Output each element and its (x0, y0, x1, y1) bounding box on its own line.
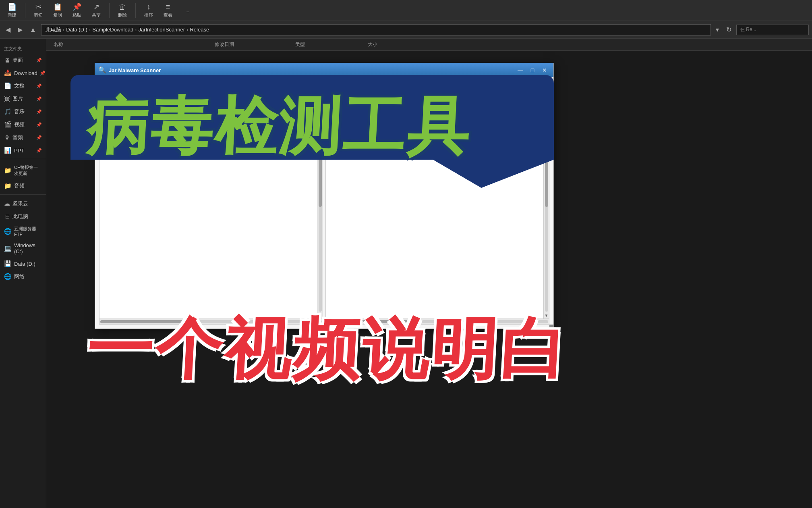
col-size[interactable]: 大小 (365, 41, 421, 48)
right-panel-scrollbar-v[interactable]: ▲ ▼ (543, 95, 549, 319)
left-panel-scrollbar-h[interactable] (99, 319, 323, 324)
col-modified[interactable]: 修改日期 (211, 41, 292, 48)
addr-computer[interactable]: 此电脑 (46, 26, 61, 33)
view-button[interactable]: ≡ 查看 (160, 1, 176, 20)
window-body: Folder/File: ... ...2_3.0.jar... [6/...s… (95, 77, 553, 329)
ppt-icon: 📊 (4, 147, 12, 154)
audio2-icon: 📁 (4, 182, 12, 189)
drive-d-icon: 💾 (4, 260, 12, 267)
sort-button[interactable]: ↕ 排序 (141, 1, 157, 20)
sidebar-item-audio[interactable]: 🎙 音频 📌 (0, 131, 46, 144)
rh-scroll-track[interactable] (327, 320, 548, 323)
delete-button[interactable]: 🗑 删除 (114, 1, 130, 20)
scan-log-line1: ...2_3.0.jar... (102, 98, 315, 104)
col-name[interactable]: 名称 (50, 41, 211, 48)
share-button[interactable]: ↗ 共享 (88, 1, 104, 20)
sidebar-item-network[interactable]: 🌐 网络 (0, 270, 46, 283)
scan-log-line3: createendertransmission-1.2.3.jar ... (102, 112, 315, 119)
addr-folder2[interactable]: JarInfectionScanner (139, 27, 185, 33)
file-list: 🔍 Jar Malware Scanner — □ ✕ Folder/File:… (46, 51, 812, 508)
search-placeholder-text: 在 Re... (740, 26, 756, 33)
left-panel-scrollbar-v[interactable]: ▲ ▼ (317, 95, 323, 319)
cut-button[interactable]: ✂ 剪切 (30, 1, 46, 20)
toolbar: 📄 新建 ✂ 剪切 📋 复制 📌 粘贴 ↗ 共享 🗑 删除 ↕ 排序 ≡ 查看 … (0, 0, 812, 21)
maximize-button[interactable]: □ (527, 66, 538, 75)
app-window: 🔍 Jar Malware Scanner — □ ✕ Folder/File:… (95, 63, 554, 329)
right-panel-content[interactable]: nd Infecti... nd (326, 95, 543, 319)
main-layout: 主文件夹 🖥 桌面 📌 📥 Download 📌 📄 文档 📌 🖼 图片 📌 🎵… (0, 39, 812, 508)
sidebar-item-windows-c[interactable]: 💻 Windows (C:) (0, 239, 46, 257)
right-panel-inner: nd Infecti... nd ▲ ▼ (326, 95, 549, 319)
sidebar-item-nutcloud[interactable]: ☁ 坚果云 (0, 197, 46, 210)
h-scroll-track[interactable] (100, 320, 322, 323)
up-button[interactable]: ▲ (27, 25, 39, 35)
paste-icon: 📌 (72, 2, 81, 11)
sidebar-item-download[interactable]: 📥 Download 📌 (0, 67, 46, 79)
close-button[interactable]: ✕ (539, 66, 550, 75)
sidebar-item-videos[interactable]: 🎬 视频 📌 (0, 118, 46, 131)
sidebar-item-ftp[interactable]: 🌐 五洲服务器FTP (0, 223, 46, 239)
scroll-thumb (319, 144, 322, 207)
copy-icon: 📋 (53, 2, 62, 11)
right-panel: nd Infecti... nd ▲ ▼ (325, 95, 549, 325)
folder-path-input[interactable] (130, 81, 532, 92)
sort-icon: ↕ (147, 3, 151, 11)
sidebar-item-mycomputer[interactable]: 🖥 此电脑 (0, 210, 46, 223)
right-scroll-track[interactable] (545, 102, 548, 312)
right-scroll-up[interactable]: ▲ (544, 95, 549, 101)
cut-icon: ✂ (35, 2, 41, 11)
music-icon: 🎵 (4, 108, 12, 115)
h-scroll-thumb (100, 320, 189, 323)
right-scroll-down[interactable]: ▼ (544, 312, 549, 319)
scroll-track[interactable] (319, 102, 322, 312)
network-icon: 🌐 (4, 273, 12, 280)
sidebar-item-documents[interactable]: 📄 文档 📌 (0, 79, 46, 92)
browse-button[interactable]: ... (535, 81, 549, 92)
scroll-up-button[interactable]: ▲ (317, 95, 323, 101)
cursor (102, 126, 103, 132)
rh-scroll-thumb (327, 320, 415, 323)
refresh-button[interactable]: ↻ (724, 24, 734, 35)
sidebar-item-pictures[interactable]: 🖼 图片 📌 (0, 92, 46, 105)
addr-folder3[interactable]: Release (190, 27, 209, 33)
copy-button[interactable]: 📋 复制 (50, 1, 66, 20)
sidebar-item-music[interactable]: 🎵 音乐 📌 (0, 105, 46, 118)
right-panel-text: nd Infecti... nd (328, 98, 541, 104)
forward-button[interactable]: ▶ (15, 24, 25, 35)
folder-file-row: Folder/File: ... (99, 81, 549, 92)
back-button[interactable]: ◀ (3, 24, 13, 35)
sidebar-item-audio2[interactable]: 📁 音频 (0, 179, 46, 192)
desktop-icon: 🖥 (4, 57, 10, 64)
scroll-down-button[interactable]: ▼ (317, 312, 323, 319)
delete-icon: 🗑 (119, 3, 126, 11)
documents-icon: 📄 (4, 82, 12, 90)
resize-handle[interactable] (549, 325, 553, 329)
download-folder-icon: 📥 (4, 69, 12, 77)
column-headers: 名称 修改日期 类型 大小 (46, 39, 812, 51)
addr-drive[interactable]: Data (D:) (66, 27, 87, 33)
address-bar: ◀ ▶ ▲ 此电脑 › Data (D:) › SampleDownload ›… (0, 21, 812, 39)
sidebar-item-desktop[interactable]: 🖥 桌面 📌 (0, 54, 46, 67)
drive-c-icon: 💻 (4, 245, 12, 252)
toolbar-separator-1 (25, 3, 25, 18)
sidebar-item-cf[interactable]: 📁 CF警报第一次更新 (0, 162, 46, 179)
videos-icon: 🎬 (4, 121, 12, 128)
minimize-button[interactable]: — (515, 66, 526, 75)
address-path[interactable]: 此电脑 › Data (D:) › SampleDownload › JarIn… (41, 24, 711, 35)
col-type[interactable]: 类型 (292, 41, 365, 48)
scan-log[interactable]: ...2_3.0.jar... [6/...scanning D:\Game\机… (99, 95, 317, 319)
new-button[interactable]: 📄 新建 (4, 1, 20, 20)
mycomputer-icon: 🖥 (4, 213, 10, 220)
audio-icon: 🎙 (4, 134, 10, 141)
toolbar-separator-3 (135, 3, 136, 18)
dropdown-button[interactable]: ▾ (713, 24, 721, 35)
sidebar-item-data-d[interactable]: 💾 Data (D:) (0, 257, 46, 270)
sidebar-item-ppt[interactable]: 📊 PPT 📌 (0, 144, 46, 157)
ftp-icon: 🌐 (4, 228, 12, 235)
left-panel: ...2_3.0.jar... [6/...scanning D:\Game\机… (99, 95, 323, 325)
paste-button[interactable]: 📌 粘贴 (69, 1, 85, 20)
right-scroll-thumb (545, 144, 548, 207)
right-panel-scrollbar-h[interactable] (326, 319, 549, 324)
more-button[interactable]: ... (179, 6, 195, 15)
addr-folder1[interactable]: SampleDownload (92, 27, 133, 33)
